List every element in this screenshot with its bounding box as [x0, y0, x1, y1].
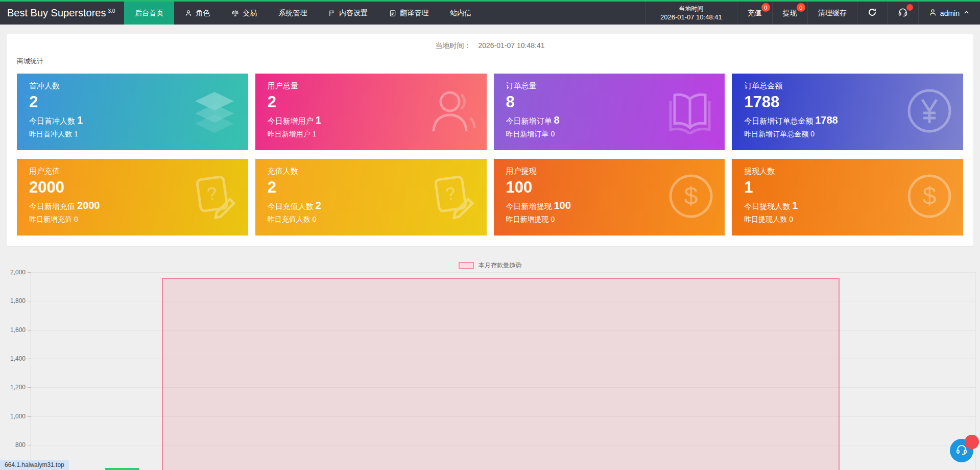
- card-today-label: 今日新增充值: [29, 202, 75, 210]
- card-today-label: 今日充值人数: [268, 202, 314, 210]
- menu-item-translate[interactable]: 翻译管理: [378, 2, 439, 25]
- withdraw-button[interactable]: 提现 0: [772, 2, 807, 25]
- legend-swatch: [459, 262, 474, 269]
- card-yesterday-label: 昨日新增充值: [29, 215, 72, 223]
- person-icon: [185, 10, 192, 17]
- y-axis-label: 2,000: [1, 269, 26, 275]
- card-today-value: 100: [554, 200, 571, 211]
- dollar-circle-icon: $: [906, 173, 953, 222]
- card-yesterday-value: 0: [551, 130, 555, 138]
- card-yesterday-label: 昨日新增订单: [506, 130, 549, 138]
- card-yesterday-label: 昨日新增用户: [268, 130, 310, 138]
- y-axis-label: 1,600: [1, 327, 26, 333]
- card-yesterday-value: 0: [789, 215, 793, 223]
- deposit-area-series: [162, 278, 840, 470]
- stat-card-user-recharge: 用户充值 2000 今日新增充值2000 昨日新增充值0 ?: [17, 159, 248, 236]
- panel-local-time: 当地时间：2026-01-07 10:48:41: [7, 34, 973, 51]
- card-yesterday-label: 昨日新增提现: [506, 215, 549, 223]
- withdraw-badge: 0: [797, 3, 805, 12]
- chevron-up-icon: [963, 9, 970, 17]
- svg-text:?: ?: [206, 183, 218, 203]
- recharge-button[interactable]: 充值 0: [737, 2, 772, 25]
- yen-circle-icon: [906, 87, 953, 136]
- brand-version: 3.0: [108, 8, 115, 14]
- y-axis-label: 1,200: [1, 384, 26, 390]
- local-time-label: 当地时间: [679, 5, 703, 13]
- clear-cache-label: 清理缓存: [818, 9, 847, 18]
- card-yesterday-label: 昨日新增订单总金额: [744, 130, 808, 138]
- card-today-value: 1788: [815, 114, 838, 126]
- menu-label: 站内信: [450, 9, 471, 18]
- y-axis-label: 800: [1, 442, 26, 448]
- menu-label: 翻译管理: [400, 9, 428, 18]
- card-today-label: 今日新增订单总金额: [744, 116, 813, 125]
- menu-label: 角色: [196, 9, 210, 18]
- menu-item-home[interactable]: 后台首页: [124, 2, 174, 25]
- stat-card-total-users: 用户总量 2 今日新增用户1 昨日新增用户1: [255, 74, 487, 150]
- card-yesterday-label: 昨日充值人数: [268, 215, 310, 223]
- user-menu[interactable]: admin: [918, 2, 980, 25]
- card-yesterday-value: 1: [313, 130, 317, 138]
- username: admin: [940, 9, 960, 17]
- legend-label: 本月存款量趋势: [479, 261, 521, 270]
- browser-status-bar: 664.1.haiwaiym31.top: [0, 460, 69, 470]
- card-yesterday-label: 昨日提现人数: [744, 215, 787, 223]
- float-notification-dot: [965, 435, 979, 449]
- doc-question-icon: ?: [429, 173, 476, 222]
- menu-label: 系统管理: [278, 9, 307, 18]
- support-button[interactable]: [887, 2, 918, 25]
- user-icon: [929, 9, 937, 18]
- refresh-button[interactable]: [857, 2, 887, 25]
- menu-item-trade[interactable]: 交易: [221, 2, 268, 25]
- menu-item-system[interactable]: 系统管理: [268, 2, 318, 25]
- menu-label: 交易: [243, 9, 257, 18]
- open-book-icon: [665, 88, 714, 136]
- svg-text:$: $: [684, 182, 698, 209]
- card-yesterday-value: 0: [313, 215, 317, 223]
- stat-card-withdraw-users: 提现人数 1 今日提现人数1 昨日提现人数0 $: [732, 159, 963, 236]
- menu-item-messages[interactable]: 站内信: [439, 2, 482, 25]
- local-time-value: 2026-01-07 10:48:41: [660, 13, 722, 21]
- recharge-label: 充值: [748, 9, 762, 18]
- y-axis-label: 1,800: [1, 298, 26, 304]
- local-time-display: 当地时间 2026-01-07 10:48:41: [645, 2, 737, 25]
- gridline: [31, 272, 975, 273]
- y-axis-line: [31, 272, 31, 470]
- stat-card-recharge-users: 充值人数 2 今日充值人数2 昨日充值人数0 ?: [255, 159, 487, 236]
- user-icon: [427, 86, 476, 137]
- doc-question-icon: ?: [191, 173, 238, 222]
- stat-cards-grid: 首冲人数 2 今日首冲人数1 昨日首冲人数1 用户总量 2 今日新增用户1 昨日…: [17, 74, 963, 236]
- card-today-value: 2: [316, 200, 321, 211]
- menu-label: 后台首页: [135, 9, 163, 18]
- main-menu: 后台首页 角色 交易 系统管理 内容设置 翻译管理 站内信: [124, 2, 482, 25]
- card-today-value: 1: [316, 114, 321, 126]
- recharge-badge: 0: [761, 3, 770, 12]
- card-today-label: 今日新增订单: [506, 116, 552, 125]
- menu-label: 内容设置: [339, 9, 368, 18]
- y-axis-label: 1,000: [1, 413, 26, 419]
- dollar-circle-icon: $: [667, 173, 714, 222]
- menu-item-content[interactable]: 内容设置: [318, 2, 378, 25]
- card-today-value: 8: [554, 114, 560, 126]
- card-yesterday-value: 1: [74, 130, 78, 138]
- card-yesterday-value: 0: [810, 130, 815, 138]
- card-today-value: 1: [792, 200, 798, 211]
- brand-name: Best Buy Superstores: [7, 7, 106, 19]
- card-today-value: 2000: [77, 200, 100, 211]
- navbar-right: 当地时间 2026-01-07 10:48:41 充值 0 提现 0 清理缓存 …: [645, 2, 980, 25]
- refresh-icon: [868, 8, 877, 18]
- svg-text:?: ?: [444, 183, 457, 203]
- clear-cache-button[interactable]: 清理缓存: [807, 2, 857, 25]
- card-yesterday-label: 昨日首冲人数: [29, 130, 72, 138]
- card-today-label: 今日首冲人数: [29, 116, 75, 125]
- withdraw-label: 提现: [783, 9, 797, 18]
- menu-item-roles[interactable]: 角色: [174, 2, 221, 25]
- chart-legend[interactable]: 本月存款量趋势: [0, 261, 980, 270]
- stat-card-first-charge-users: 首冲人数 2 今日首冲人数1 昨日首冲人数1: [17, 74, 248, 150]
- notification-dot: [906, 4, 913, 11]
- card-today-label: 今日新增提现: [506, 202, 552, 210]
- brand-logo[interactable]: Best Buy Superstores 3.0: [0, 2, 124, 25]
- y-axis-label: 1,400: [1, 356, 26, 362]
- card-yesterday-value: 0: [74, 215, 78, 223]
- stat-card-total-orders: 订单总量 8 今日新增订单8 昨日新增订单0: [494, 74, 725, 150]
